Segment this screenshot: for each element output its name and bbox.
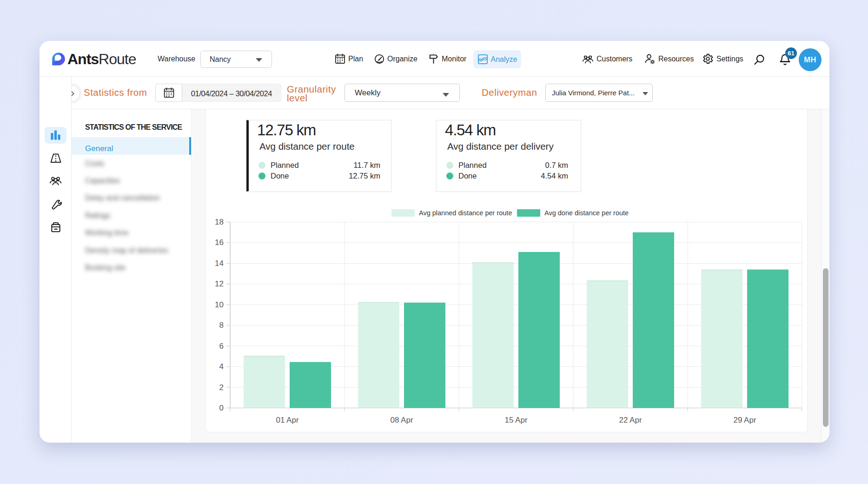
svg-text:10: 10 [215,300,224,309]
svg-text:18: 18 [215,218,224,226]
svg-text:16: 16 [215,238,224,247]
svg-text:29 Apr: 29 Apr [733,416,756,424]
svg-text:2: 2 [219,383,224,392]
svg-text:14: 14 [215,259,224,268]
svg-text:01 Apr: 01 Apr [276,416,298,424]
svg-text:8: 8 [219,321,224,330]
svg-text:12: 12 [215,279,224,288]
svg-text:0: 0 [219,404,224,412]
svg-text:08 Apr: 08 Apr [390,416,413,424]
svg-text:22 Apr: 22 Apr [619,416,642,424]
svg-text:6: 6 [219,342,224,351]
svg-text:15 Apr: 15 Apr [504,416,527,424]
svg-text:4: 4 [219,362,224,371]
